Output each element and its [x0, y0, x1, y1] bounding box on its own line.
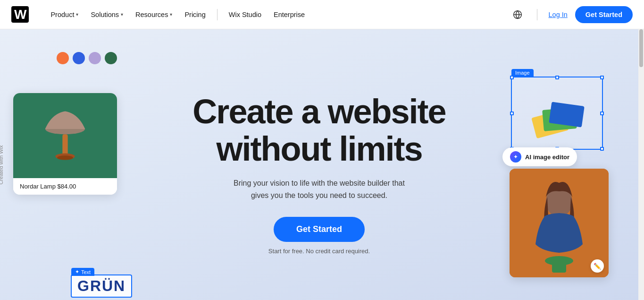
navbar: W Product ▾ Solutions ▾ Resources ▾ Pric… [0, 0, 644, 29]
handle-tm[interactable] [555, 76, 559, 79]
swatch-orange[interactable] [57, 52, 69, 64]
swatch-blue[interactable] [73, 52, 85, 64]
hero-free-text: Start for free. No credit card required. [268, 248, 370, 255]
handle-br[interactable] [600, 147, 604, 151]
nav-divider-2 [537, 9, 537, 20]
image-label: Image [511, 69, 534, 77]
login-button[interactable]: Log In [549, 11, 568, 18]
swatch-green[interactable] [105, 52, 117, 64]
ai-label: AI image editor [525, 154, 569, 161]
nav-actions: Log In Get Started [510, 6, 633, 23]
nav-divider [217, 9, 217, 20]
text-widget-content: GRÜN [77, 277, 125, 295]
ai-image-editor-widget: ✦ AI image editor [502, 147, 577, 166]
nav-solutions[interactable]: Solutions ▾ [86, 7, 128, 22]
hero-get-started-button[interactable]: Get Started [274, 217, 365, 242]
image-selection-box: Image [511, 77, 603, 150]
handle-tr[interactable] [600, 76, 604, 79]
swatch-purple[interactable] [89, 52, 101, 64]
scrollbar-thumb[interactable] [639, 29, 643, 67]
chevron-down-icon: ▾ [76, 12, 78, 17]
hero-section: Created with Wix [0, 29, 638, 300]
logo[interactable]: W [11, 7, 29, 22]
nav-links: Product ▾ Solutions ▾ Resources ▾ Pricin… [46, 7, 509, 22]
edit-icon[interactable]: ✏️ [591, 259, 604, 273]
image-inside [512, 77, 602, 149]
language-selector[interactable] [510, 7, 526, 23]
nav-pricing[interactable]: Pricing [180, 7, 210, 22]
ai-icon: ✦ [510, 151, 521, 163]
get-started-nav-button[interactable]: Get Started [575, 6, 633, 23]
nav-resources[interactable]: Resources ▾ [131, 7, 177, 22]
handle-ml[interactable] [510, 111, 514, 115]
handle-tl[interactable] [510, 76, 514, 79]
chevron-down-icon: ▾ [170, 12, 172, 17]
color-swatches [57, 52, 117, 64]
scrollbar[interactable] [638, 0, 644, 300]
text-widget-label: ✦ Text [71, 268, 94, 276]
svg-rect-11 [552, 261, 566, 273]
portrait-card: ✏️ [510, 169, 609, 277]
nav-enterprise[interactable]: Enterprise [269, 7, 309, 22]
text-widget: ✦ Text GRÜN [71, 274, 132, 298]
nav-wix-studio[interactable]: Wix Studio [224, 7, 266, 22]
nav-product[interactable]: Product ▾ [46, 7, 83, 22]
handle-mr[interactable] [600, 111, 604, 115]
chevron-down-icon: ▾ [121, 12, 123, 17]
